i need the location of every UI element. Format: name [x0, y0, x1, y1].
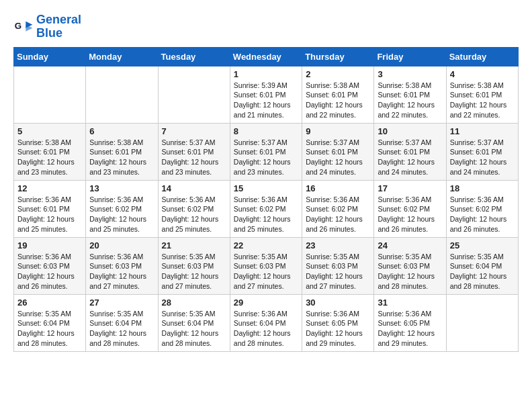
day-number: 24 — [378, 240, 442, 250]
day-info: Sunrise: 5:35 AM Sunset: 6:03 PM Dayligh… — [306, 252, 370, 291]
day-info: Sunrise: 5:35 AM Sunset: 6:04 PM Dayligh… — [162, 309, 226, 349]
calendar-cell: 20Sunrise: 5:36 AM Sunset: 6:03 PM Dayli… — [86, 237, 158, 294]
calendar-table: SundayMondayTuesdayWednesdayThursdayFrid… — [13, 47, 519, 352]
day-info: Sunrise: 5:36 AM Sunset: 6:02 PM Dayligh… — [89, 195, 154, 234]
day-info: Sunrise: 5:36 AM Sunset: 6:02 PM Dayligh… — [162, 195, 226, 234]
calendar-cell: 10Sunrise: 5:37 AM Sunset: 6:01 PM Dayli… — [374, 123, 446, 180]
day-number: 12 — [17, 183, 82, 193]
day-info: Sunrise: 5:36 AM Sunset: 6:02 PM Dayligh… — [234, 195, 298, 234]
day-info: Sunrise: 5:37 AM Sunset: 6:01 PM Dayligh… — [450, 138, 515, 177]
calendar-cell: 7Sunrise: 5:37 AM Sunset: 6:01 PM Daylig… — [158, 123, 230, 180]
calendar-cell: 14Sunrise: 5:36 AM Sunset: 6:02 PM Dayli… — [158, 180, 230, 237]
day-number: 17 — [378, 183, 442, 193]
logo: G General Blue — [13, 13, 81, 40]
logo-text: General Blue — [36, 13, 81, 40]
day-number: 11 — [450, 126, 515, 136]
day-info: Sunrise: 5:35 AM Sunset: 6:03 PM Dayligh… — [234, 252, 298, 291]
calendar-cell — [86, 66, 158, 123]
day-info: Sunrise: 5:37 AM Sunset: 6:01 PM Dayligh… — [234, 138, 298, 177]
calendar-cell: 25Sunrise: 5:35 AM Sunset: 6:04 PM Dayli… — [446, 237, 518, 294]
calendar-cell: 26Sunrise: 5:35 AM Sunset: 6:04 PM Dayli… — [14, 294, 86, 351]
day-number: 14 — [162, 183, 226, 193]
calendar-week-1: 1Sunrise: 5:39 AM Sunset: 6:01 PM Daylig… — [14, 66, 519, 123]
day-info: Sunrise: 5:36 AM Sunset: 6:03 PM Dayligh… — [89, 252, 154, 291]
calendar-cell: 4Sunrise: 5:38 AM Sunset: 6:01 PM Daylig… — [446, 66, 518, 123]
svg-text:G: G — [15, 21, 21, 31]
day-number: 15 — [234, 183, 298, 193]
calendar-week-2: 5Sunrise: 5:38 AM Sunset: 6:01 PM Daylig… — [14, 123, 519, 180]
day-number: 28 — [162, 298, 226, 308]
day-header-wednesday: Wednesday — [230, 47, 302, 66]
day-info: Sunrise: 5:38 AM Sunset: 6:01 PM Dayligh… — [89, 138, 154, 177]
calendar-cell: 1Sunrise: 5:39 AM Sunset: 6:01 PM Daylig… — [230, 66, 302, 123]
day-number: 18 — [450, 183, 515, 193]
day-info: Sunrise: 5:36 AM Sunset: 6:01 PM Dayligh… — [17, 195, 82, 234]
day-info: Sunrise: 5:37 AM Sunset: 6:01 PM Dayligh… — [306, 138, 370, 177]
day-number: 20 — [89, 240, 154, 250]
day-number: 6 — [89, 126, 154, 136]
day-header-thursday: Thursday — [302, 47, 374, 66]
day-number: 29 — [234, 298, 298, 308]
logo-icon: G — [13, 17, 34, 37]
calendar-cell: 27Sunrise: 5:35 AM Sunset: 6:04 PM Dayli… — [86, 294, 158, 351]
calendar-cell: 9Sunrise: 5:37 AM Sunset: 6:01 PM Daylig… — [302, 123, 374, 180]
day-info: Sunrise: 5:36 AM Sunset: 6:04 PM Dayligh… — [234, 309, 298, 349]
day-number: 2 — [306, 69, 370, 79]
calendar-cell: 21Sunrise: 5:35 AM Sunset: 6:03 PM Dayli… — [158, 237, 230, 294]
calendar-cell: 30Sunrise: 5:36 AM Sunset: 6:05 PM Dayli… — [302, 294, 374, 351]
day-number: 23 — [306, 240, 370, 250]
day-number: 22 — [234, 240, 298, 250]
day-number: 9 — [306, 126, 370, 136]
day-info: Sunrise: 5:36 AM Sunset: 6:05 PM Dayligh… — [378, 309, 442, 349]
calendar-cell: 16Sunrise: 5:36 AM Sunset: 6:02 PM Dayli… — [302, 180, 374, 237]
day-info: Sunrise: 5:35 AM Sunset: 6:03 PM Dayligh… — [378, 252, 442, 291]
calendar-cell: 19Sunrise: 5:36 AM Sunset: 6:03 PM Dayli… — [14, 237, 86, 294]
day-info: Sunrise: 5:39 AM Sunset: 6:01 PM Dayligh… — [234, 81, 298, 120]
day-number: 4 — [450, 69, 515, 79]
day-header-friday: Friday — [374, 47, 446, 66]
day-header-monday: Monday — [86, 47, 158, 66]
calendar-cell: 5Sunrise: 5:38 AM Sunset: 6:01 PM Daylig… — [14, 123, 86, 180]
day-info: Sunrise: 5:37 AM Sunset: 6:01 PM Dayligh… — [162, 138, 226, 177]
calendar-cell — [14, 66, 86, 123]
calendar-cell: 28Sunrise: 5:35 AM Sunset: 6:04 PM Dayli… — [158, 294, 230, 351]
day-header-saturday: Saturday — [446, 47, 518, 66]
calendar-cell: 2Sunrise: 5:38 AM Sunset: 6:01 PM Daylig… — [302, 66, 374, 123]
day-info: Sunrise: 5:35 AM Sunset: 6:03 PM Dayligh… — [162, 252, 226, 291]
calendar-cell: 15Sunrise: 5:36 AM Sunset: 6:02 PM Dayli… — [230, 180, 302, 237]
day-number: 5 — [17, 126, 82, 136]
day-number: 1 — [234, 69, 298, 79]
calendar-cell — [446, 294, 518, 351]
day-info: Sunrise: 5:36 AM Sunset: 6:02 PM Dayligh… — [378, 195, 442, 234]
calendar-cell: 17Sunrise: 5:36 AM Sunset: 6:02 PM Dayli… — [374, 180, 446, 237]
day-header-sunday: Sunday — [14, 47, 86, 66]
day-header-tuesday: Tuesday — [158, 47, 230, 66]
day-number: 7 — [162, 126, 226, 136]
calendar-cell: 23Sunrise: 5:35 AM Sunset: 6:03 PM Dayli… — [302, 237, 374, 294]
day-info: Sunrise: 5:36 AM Sunset: 6:02 PM Dayligh… — [450, 195, 515, 234]
day-number: 19 — [17, 240, 82, 250]
day-info: Sunrise: 5:38 AM Sunset: 6:01 PM Dayligh… — [306, 81, 370, 120]
day-number: 30 — [306, 298, 370, 308]
day-info: Sunrise: 5:37 AM Sunset: 6:01 PM Dayligh… — [378, 138, 442, 177]
calendar-cell: 6Sunrise: 5:38 AM Sunset: 6:01 PM Daylig… — [86, 123, 158, 180]
calendar-cell: 3Sunrise: 5:38 AM Sunset: 6:01 PM Daylig… — [374, 66, 446, 123]
calendar-cell: 11Sunrise: 5:37 AM Sunset: 6:01 PM Dayli… — [446, 123, 518, 180]
day-info: Sunrise: 5:36 AM Sunset: 6:02 PM Dayligh… — [306, 195, 370, 234]
day-info: Sunrise: 5:38 AM Sunset: 6:01 PM Dayligh… — [378, 81, 442, 120]
page-header: G General Blue — [13, 13, 519, 40]
days-header-row: SundayMondayTuesdayWednesdayThursdayFrid… — [14, 47, 519, 66]
day-info: Sunrise: 5:35 AM Sunset: 6:04 PM Dayligh… — [17, 309, 82, 349]
calendar-cell: 31Sunrise: 5:36 AM Sunset: 6:05 PM Dayli… — [374, 294, 446, 351]
day-info: Sunrise: 5:36 AM Sunset: 6:05 PM Dayligh… — [306, 309, 370, 349]
day-number: 8 — [234, 126, 298, 136]
calendar-week-5: 26Sunrise: 5:35 AM Sunset: 6:04 PM Dayli… — [14, 294, 519, 351]
day-number: 26 — [17, 298, 82, 308]
calendar-cell: 22Sunrise: 5:35 AM Sunset: 6:03 PM Dayli… — [230, 237, 302, 294]
calendar-week-3: 12Sunrise: 5:36 AM Sunset: 6:01 PM Dayli… — [14, 180, 519, 237]
day-info: Sunrise: 5:36 AM Sunset: 6:03 PM Dayligh… — [17, 252, 82, 291]
day-info: Sunrise: 5:35 AM Sunset: 6:04 PM Dayligh… — [450, 252, 515, 291]
calendar-cell: 12Sunrise: 5:36 AM Sunset: 6:01 PM Dayli… — [14, 180, 86, 237]
calendar-cell: 24Sunrise: 5:35 AM Sunset: 6:03 PM Dayli… — [374, 237, 446, 294]
day-info: Sunrise: 5:38 AM Sunset: 6:01 PM Dayligh… — [450, 81, 515, 120]
